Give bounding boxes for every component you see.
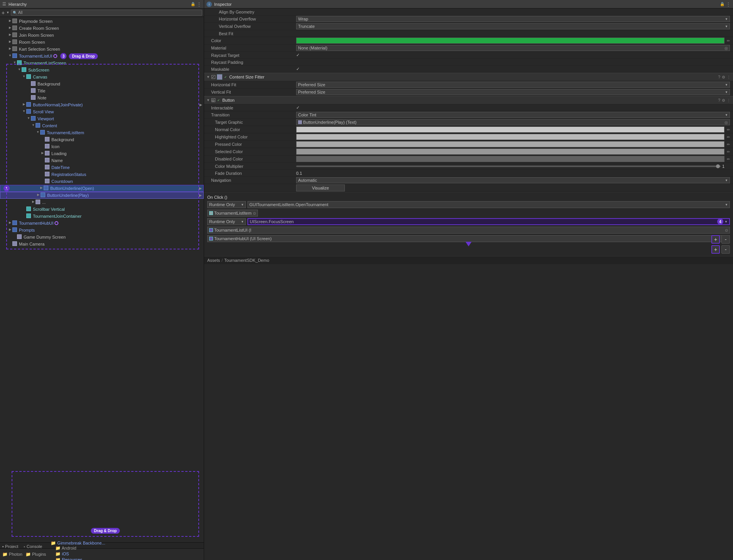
help-icon[interactable]: ? [718, 75, 720, 79]
gimmebreak-folder[interactable]: 📁 Gimmebreak Backbone... 📁 Android 📁 iOS… [51, 541, 105, 560]
runtime-only-dropdown-1[interactable]: Runtime Only ▼ [207, 201, 246, 208]
slider-track[interactable] [296, 166, 721, 167]
target-icon[interactable]: ◎ [724, 120, 728, 125]
menu-icon[interactable]: ⋮ [727, 98, 731, 102]
dropdown-horizontal-fit[interactable]: Preferred Size ▼ [296, 82, 730, 88]
target-icon[interactable]: ◎ [724, 46, 728, 50]
onclick-target-2b[interactable]: TournamentHubUI (UI Screen) ⊙ [207, 235, 730, 242]
property-label: Color Multiplier [207, 164, 296, 169]
resources-item[interactable]: 📁 Resources [55, 557, 105, 560]
list-item[interactable]: Scrollbar Vertical [0, 206, 204, 213]
help-icon[interactable]: ? [718, 98, 720, 102]
edit-icon[interactable]: ✏ [727, 128, 730, 132]
list-item[interactable]: Note [0, 94, 204, 101]
photon-folder[interactable]: 📁 Photon [2, 552, 22, 557]
edit-icon[interactable]: ✏ [727, 150, 730, 154]
dropdown-transition[interactable]: Color Tint ▼ [296, 112, 730, 118]
inspector-content[interactable]: Align By Geometry Horizontal Overflow Wr… [204, 9, 733, 560]
list-item[interactable]: TournamentJoinContainer [0, 213, 204, 220]
section-checkbox[interactable]: ✓ [211, 75, 215, 79]
color-bar-highlighted[interactable] [296, 134, 724, 140]
list-item[interactable]: Loading [0, 150, 204, 157]
list-item[interactable]: Icon [0, 143, 204, 150]
list-item[interactable]: SubScreen [0, 67, 204, 73]
list-item[interactable]: DateTime [0, 164, 204, 171]
dropdown-vertical-fit[interactable]: Preferred Size ▼ [296, 89, 730, 95]
list-item[interactable]: Prompts [0, 227, 204, 234]
list-item[interactable]: Background [0, 80, 204, 87]
edit-icon[interactable]: ✏ [727, 157, 730, 161]
method-dropdown-1[interactable]: GUITournamentListItem.OpenTournament ▼ [247, 201, 730, 208]
section-toggle[interactable]: ▼ [206, 98, 210, 102]
lock-icon[interactable]: 🔒 [191, 2, 195, 6]
list-item-tournament-hub-ui[interactable]: TournamentHubUI [0, 220, 204, 227]
settings-icon[interactable]: ⚙ [722, 98, 725, 102]
dropdown-vertical-overflow[interactable]: Truncate ▼ [296, 23, 730, 29]
color-bar-normal[interactable] [296, 126, 724, 133]
dots-icon[interactable]: ⋮ [726, 2, 731, 7]
list-item[interactable]: Canvas [0, 73, 204, 80]
list-item[interactable]: Scroll View [0, 108, 204, 115]
android-item[interactable]: 📁 Android [55, 546, 105, 551]
list-item[interactable]: Title [0, 87, 204, 94]
list-item[interactable]: Content [0, 122, 204, 129]
section-checkbox[interactable]: ◎ [211, 98, 215, 102]
list-item[interactable]: Kart Selection Screen [0, 46, 204, 53]
dots-icon[interactable]: ⋮ [197, 2, 201, 7]
item-label: TournamentHubUI [19, 221, 53, 225]
color-picker-green[interactable] [296, 38, 724, 44]
add-onclick-button-2[interactable]: + [711, 245, 720, 254]
remove-onclick-button-2[interactable]: - [721, 245, 730, 254]
target-graphic-ref[interactable]: ButtonUnderline(Play) (Text) ◎ [296, 119, 730, 125]
list-item[interactable]: Name [0, 157, 204, 164]
list-item[interactable]: Playmode Screen [0, 18, 204, 25]
list-item[interactable]: Countdown [0, 178, 204, 185]
list-item-tournament-list-ui[interactable]: TournamentListUI 3 Drag & Drop [0, 53, 204, 60]
onclick-target-1[interactable]: TournamentListItem ⊙ [207, 210, 258, 217]
menu-icon[interactable]: ⋮ [727, 75, 731, 79]
list-item[interactable]: ButtonNormal(JoinPrivate) ▶ [0, 101, 204, 108]
list-item[interactable]: Game Dummy Screen [0, 234, 204, 241]
color-bar-pressed[interactable] [296, 141, 724, 147]
hierarchy-content[interactable]: Playmode Screen Create Room Screen Join … [0, 17, 204, 542]
ios-item[interactable]: 📁 iOS [55, 551, 105, 557]
color-bar-selected[interactable] [296, 149, 724, 155]
list-item[interactable]: RegistrationStatus [0, 171, 204, 178]
list-item[interactable]: Background [0, 136, 204, 143]
list-item[interactable]: Join Room Screen [0, 32, 204, 39]
add-dropdown-icon[interactable]: ▼ [6, 11, 9, 14]
plugins-folder[interactable]: 📁 Plugins [26, 552, 46, 557]
settings-icon[interactable]: ⚙ [722, 75, 725, 79]
list-item[interactable]: Create Room Screen [0, 25, 204, 32]
list-item[interactable]: Viewport [0, 115, 204, 122]
no-arrow [22, 214, 26, 219]
add-onclick-button[interactable]: + [711, 235, 720, 244]
list-item[interactable]: ... [0, 199, 204, 206]
material-ref[interactable]: None (Material) ◎ [296, 45, 730, 51]
list-item-button-underline-play[interactable]: ButtonUnderline(Play) ▶ [0, 192, 204, 199]
edit-icon[interactable]: ✏ [727, 135, 730, 139]
method-dropdown-2[interactable]: UIScreen.FocusScreen 4 ▼ [247, 218, 730, 225]
dropdown-horizontal-overflow[interactable]: Wrap ▼ [296, 16, 730, 22]
color-bar-disabled[interactable] [296, 156, 724, 162]
list-item-button-underline-open[interactable]: 1 ButtonUnderline(Open) ▶ [0, 185, 204, 192]
hierarchy-menu-icon[interactable]: ☰ [2, 2, 6, 7]
list-item[interactable]: Room Screen [0, 39, 204, 46]
onclick-target-row-1: TournamentListItem ⊙ [207, 210, 730, 217]
remove-onclick-button[interactable]: - [721, 235, 730, 244]
runtime-only-dropdown-2[interactable]: Runtime Only ▼ [207, 218, 246, 225]
section-toggle[interactable]: ▼ [206, 75, 210, 79]
target-circle[interactable]: ⊙ [725, 228, 728, 232]
target-circle[interactable]: ⊙ [253, 211, 256, 215]
list-item[interactable]: TournamentListItem [0, 129, 204, 136]
visualize-button[interactable]: Visualize [296, 184, 345, 191]
edit-icon[interactable]: ✏ [727, 39, 730, 43]
dropdown-navigation[interactable]: Automatic ▼ [296, 177, 730, 183]
list-item[interactable]: TournamentListScreen [0, 60, 204, 67]
edit-icon[interactable]: ✏ [727, 142, 730, 147]
add-icon[interactable]: + [2, 10, 5, 16]
onclick-target-2a[interactable]: TournamentListUI (I ⊙ [207, 227, 730, 234]
list-item[interactable]: Main Camera [0, 241, 204, 248]
lock-icon[interactable]: 🔒 [720, 2, 724, 6]
slider-thumb[interactable] [716, 164, 720, 168]
